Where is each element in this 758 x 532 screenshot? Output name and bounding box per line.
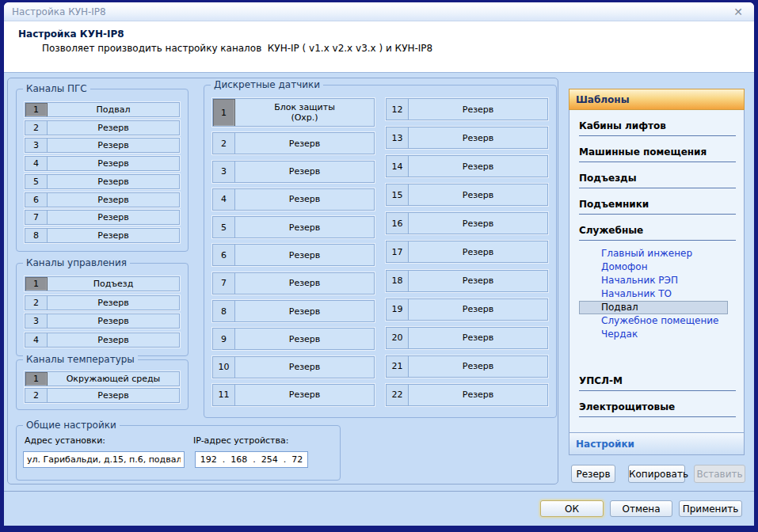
channel-number: 16 (387, 213, 409, 234)
channel-label: Резерв (409, 127, 547, 148)
channel-row[interactable]: 17Резерв (386, 241, 548, 263)
group-discrete-title: Дискретные датчики (211, 79, 323, 90)
channel-label: Резерв (235, 189, 374, 210)
channel-row[interactable]: 4Резерв (25, 332, 180, 348)
channel-number: 1 (213, 99, 235, 126)
channel-row[interactable]: 1Блок защиты (Охр.) (212, 98, 375, 127)
channel-number: 22 (387, 385, 409, 405)
spacer (569, 341, 744, 365)
template-item[interactable]: Чердак (601, 328, 728, 341)
channel-row[interactable]: 1Подъезд (25, 276, 180, 291)
channel-label: Резерв (235, 133, 374, 154)
channel-label: Резерв (48, 211, 179, 224)
channel-row[interactable]: 1Подвал (25, 102, 180, 117)
channel-number: 1 (25, 277, 48, 291)
ok-button[interactable]: ОК (540, 500, 604, 517)
channel-row[interactable]: 15Резерв (386, 184, 548, 206)
template-item[interactable]: Начальник РЭП (601, 274, 728, 287)
template-item[interactable]: Подвал (579, 301, 728, 314)
channel-number: 5 (213, 217, 235, 238)
channel-number: 3 (213, 162, 235, 182)
device-ip-field[interactable] (195, 451, 308, 468)
template-category[interactable]: Машинные помещения (579, 146, 736, 162)
channel-row[interactable]: 3Резерв (212, 161, 375, 183)
channel-label: Резерв (48, 296, 179, 310)
channel-number: 6 (25, 193, 48, 207)
channel-row[interactable]: 9Резерв (212, 328, 375, 350)
group-discrete-sensors: Дискретные датчики 1Блок защиты (Охр.)2Р… (204, 85, 557, 418)
channel-number: 5 (25, 175, 48, 188)
channel-row[interactable]: 8Резерв (25, 228, 180, 243)
template-category[interactable]: Кабины лифтов (579, 120, 736, 136)
channel-number: 6 (213, 245, 235, 265)
channel-row[interactable]: 18Резерв (386, 270, 548, 292)
template-category[interactable]: Электрощитовые (579, 401, 736, 417)
channel-row[interactable]: 19Резерв (386, 298, 548, 321)
page-subtitle: Позволяет производить настройку каналов … (42, 43, 754, 54)
channel-row[interactable]: 2Резерв (25, 295, 180, 310)
channel-label: Резерв (235, 301, 374, 321)
channel-label: Резерв (409, 299, 547, 320)
channel-row[interactable]: 4Резерв (212, 188, 375, 211)
apply-button[interactable]: Применить (679, 500, 742, 517)
channel-row[interactable]: 20Резерв (386, 327, 548, 349)
channel-row[interactable]: 14Резерв (386, 155, 548, 177)
channel-row[interactable]: 2Резерв (25, 388, 180, 403)
channel-number: 20 (387, 328, 409, 348)
channel-row[interactable]: 7Резерв (212, 272, 375, 294)
template-item[interactable]: Служебное помещение (601, 314, 728, 328)
channel-row[interactable]: 13Резерв (386, 127, 548, 149)
channel-number: 2 (25, 121, 48, 135)
address-label: Адрес установки: (25, 435, 105, 446)
templates-panel: Шаблоны Кабины лифтовМашинные помещенияП… (569, 89, 745, 455)
channel-row[interactable]: 6Резерв (212, 244, 375, 266)
channel-row[interactable]: 22Резерв (386, 384, 548, 406)
template-category[interactable]: УПСЛ-М (579, 375, 736, 391)
channel-row[interactable]: 2Резерв (212, 132, 375, 154)
channel-row[interactable]: 2Резерв (25, 120, 180, 135)
channel-label: Резерв (235, 245, 374, 265)
channel-row[interactable]: 16Резерв (386, 212, 548, 234)
nav-bar-settings[interactable]: Настройки (569, 433, 745, 455)
channel-row[interactable]: 21Резерв (386, 355, 548, 378)
dialog-footer: ОК Отмена Применить (4, 491, 754, 526)
channel-row[interactable]: 11Резерв (212, 384, 375, 406)
cancel-button[interactable]: Отмена (610, 500, 672, 517)
channel-row[interactable]: 3Резерв (25, 138, 180, 153)
channel-row[interactable]: 8Резерв (212, 300, 375, 322)
channel-row[interactable]: 7Резерв (25, 210, 180, 225)
channel-number: 14 (387, 156, 409, 177)
channel-label: Резерв (48, 333, 179, 347)
channel-label: Резерв (48, 193, 179, 207)
channel-row[interactable]: 12Резерв (386, 98, 548, 120)
copy-button[interactable]: Копировать (628, 465, 685, 483)
channel-row[interactable]: 1Окружающей среды (25, 371, 180, 386)
channel-number: 17 (387, 241, 409, 262)
channel-number: 7 (25, 211, 48, 224)
channel-label: Резерв (235, 217, 374, 238)
discrete-column-1: 1Блок защиты (Охр.)2Резерв3Резерв4Резерв… (212, 98, 375, 406)
template-category[interactable]: Подъезды (579, 173, 736, 188)
template-category[interactable]: Подъемники (579, 199, 736, 215)
channel-label: Резерв (409, 99, 547, 120)
group-pgs-channels: Каналы ПГС 1Подвал2Резерв3Резерв4Резерв5… (16, 89, 189, 252)
channel-row[interactable]: 6Резерв (25, 192, 180, 207)
close-icon[interactable]: ✕ (730, 6, 746, 18)
channel-row[interactable]: 5Резерв (25, 174, 180, 189)
paste-button[interactable]: Вставить (694, 465, 745, 483)
channel-label: Резерв (235, 162, 374, 182)
channel-label: Резерв (48, 389, 179, 402)
template-item[interactable]: Домофон (601, 260, 728, 274)
template-item[interactable]: Главный инженер (601, 247, 728, 260)
reserve-button[interactable]: Резерв (571, 465, 615, 483)
channel-label: Резерв (409, 213, 547, 234)
channel-row[interactable]: 5Резерв (212, 216, 375, 238)
channel-row[interactable]: 3Резерв (25, 314, 180, 329)
templates-list: Кабины лифтовМашинные помещенияПодъездыП… (569, 110, 745, 433)
installation-address-field[interactable] (23, 451, 185, 468)
template-item[interactable]: Начальник ТО (601, 287, 728, 301)
channel-label: Резерв (409, 184, 547, 205)
channel-row[interactable]: 4Резерв (25, 156, 180, 171)
channel-row[interactable]: 10Резерв (212, 356, 375, 378)
template-category[interactable]: Служебные (579, 225, 736, 241)
